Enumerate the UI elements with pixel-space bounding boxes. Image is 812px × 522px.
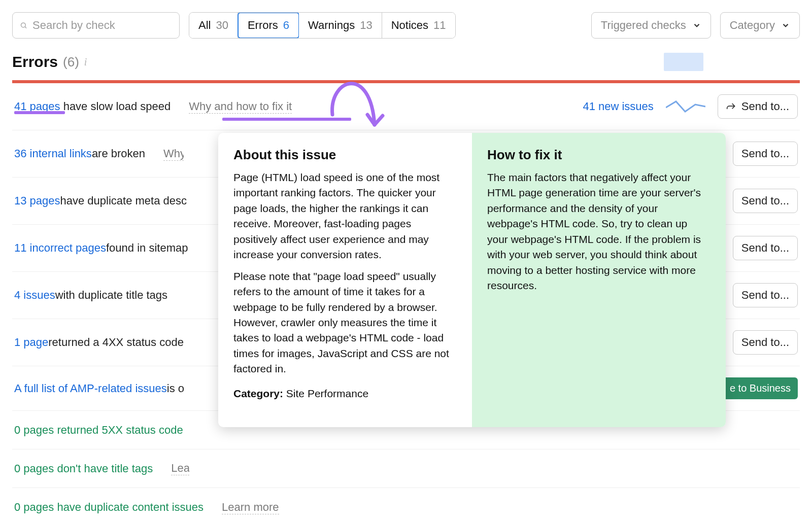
fix-title: How to fix it <box>487 147 710 163</box>
why-how-fix-link[interactable]: Why and how to fix it <box>163 147 184 161</box>
sparkline <box>666 97 705 116</box>
tab-notices-count: 11 <box>433 19 446 32</box>
about-paragraph: Please note that "page load speed" usual… <box>233 269 457 377</box>
send-to-button[interactable]: Send to... <box>733 142 798 166</box>
tab-notices-label: Notices <box>391 19 428 32</box>
send-to-label: Send to... <box>741 147 789 160</box>
issue-link[interactable]: 13 pages <box>14 194 60 207</box>
category-dropdown[interactable]: Category <box>720 12 800 39</box>
send-to-button[interactable]: Send to... <box>733 236 798 260</box>
issue-text: have slow load speed <box>60 100 171 113</box>
send-to-label: Send to... <box>741 194 789 207</box>
search-box[interactable] <box>12 12 180 39</box>
tab-notices[interactable]: Notices 11 <box>382 13 455 38</box>
triggered-checks-dropdown[interactable]: Triggered checks <box>591 12 711 39</box>
learn-more-link[interactable]: Learn more <box>222 501 279 514</box>
issue-link[interactable]: A full list of AMP-related issues <box>14 382 167 395</box>
tab-errors-count: 6 <box>283 19 289 32</box>
issue-text: are broken <box>92 147 145 160</box>
tab-errors-label: Errors <box>248 19 278 32</box>
svg-line-1 <box>25 27 26 28</box>
issue-text: found in sitemap <box>106 241 188 255</box>
popover-fix-panel: How to fix it The main factors that nega… <box>472 133 726 427</box>
section-heading: Errors (6) i <box>12 53 800 71</box>
tab-warnings-label: Warnings <box>308 19 355 32</box>
send-to-button[interactable]: Send to... <box>718 94 798 119</box>
info-icon[interactable]: i <box>84 56 87 68</box>
issue-link[interactable]: 0 pages have duplicate content issues <box>14 501 204 514</box>
send-to-button[interactable]: Send to... <box>733 283 798 307</box>
issue-detail-popover: About this issue Page (HTML) load speed … <box>218 133 726 427</box>
issue-text: with duplicate title tags <box>55 289 167 302</box>
category-label: Category: <box>233 388 283 399</box>
tab-all-label: All <box>198 19 211 32</box>
heading-title: Errors <box>12 53 58 71</box>
issue-link[interactable]: 4 issues <box>14 289 55 302</box>
share-icon <box>726 101 736 112</box>
popover-about-panel: About this issue Page (HTML) load speed … <box>218 133 472 427</box>
tab-warnings[interactable]: Warnings 13 <box>299 13 382 38</box>
category-label: Category <box>730 19 775 32</box>
tab-all-count: 30 <box>216 19 228 32</box>
issue-text: have duplicate meta desc <box>60 194 187 207</box>
triggered-checks-label: Triggered checks <box>601 19 686 32</box>
tab-warnings-count: 13 <box>360 19 372 32</box>
tab-errors[interactable]: Errors 6 <box>238 12 299 39</box>
issue-row: 0 pages have duplicate content issues Le… <box>12 488 800 522</box>
heading-count: (6) <box>63 54 79 70</box>
send-to-label: Send to... <box>741 336 789 349</box>
issue-row: 0 pages don't have title tags Learn more <box>12 449 800 488</box>
issue-text: returned a 4XX status code <box>48 336 184 349</box>
send-to-label: Send to... <box>741 289 789 302</box>
tab-all[interactable]: All 30 <box>189 13 238 38</box>
issue-link[interactable]: 0 pages don't have title tags <box>14 462 153 475</box>
send-to-label: Send to... <box>741 100 789 113</box>
category-value: Site Performance <box>283 388 368 399</box>
why-how-fix-link[interactable]: Why and how to fix it <box>189 100 292 114</box>
severity-tabs: All 30 Errors 6 Warnings 13 Notices 11 <box>189 12 456 39</box>
send-to-button[interactable]: Send to... <box>733 189 798 213</box>
issue-link[interactable]: 0 pages returned 5XX status code <box>14 424 183 437</box>
send-to-label: Send to... <box>741 241 789 255</box>
issue-text: is o <box>167 382 184 395</box>
about-title: About this issue <box>233 147 457 163</box>
new-issues-link[interactable]: 41 new issues <box>583 100 653 113</box>
issue-link[interactable]: 1 page <box>14 336 48 349</box>
sparkline-summary <box>664 53 703 71</box>
issue-link[interactable]: 11 incorrect pages <box>14 241 106 255</box>
learn-more-link[interactable]: Learn more <box>171 462 189 475</box>
send-to-button[interactable]: Send to... <box>733 330 798 355</box>
category-line: Category: Site Performance <box>233 386 457 401</box>
issue-row: 41 pages have slow load speed Why and ho… <box>12 83 800 130</box>
about-paragraph: Page (HTML) load speed is one of the mos… <box>233 170 457 263</box>
chevron-down-icon <box>692 21 701 30</box>
search-input[interactable] <box>32 19 172 32</box>
upgrade-business-button[interactable]: e to Business <box>723 377 798 399</box>
svg-point-0 <box>21 23 26 27</box>
issue-link[interactable]: 36 internal links <box>14 147 92 160</box>
chevron-down-icon <box>781 21 790 30</box>
search-icon <box>20 20 27 30</box>
fix-body: The main factors that negatively affect … <box>487 170 710 294</box>
toolbar: All 30 Errors 6 Warnings 13 Notices 11 T… <box>12 12 800 39</box>
annotation-arrow <box>325 59 391 135</box>
